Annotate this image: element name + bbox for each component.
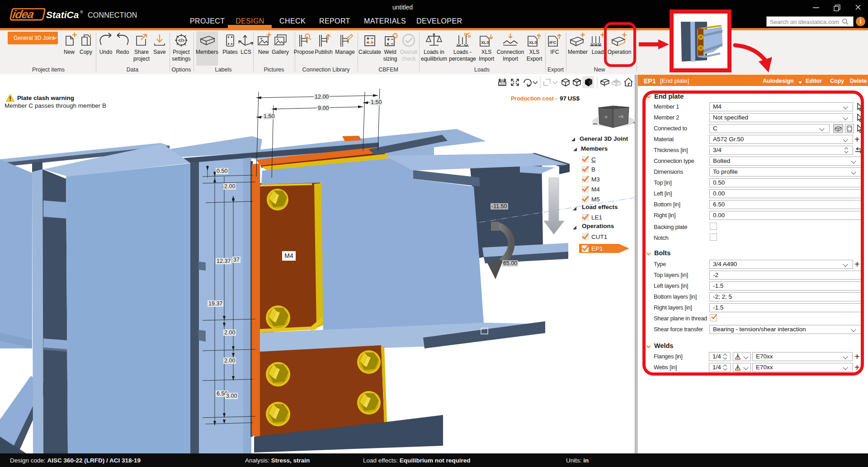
svg-text:-Y: -Y	[604, 115, 608, 119]
svg-text:XLS: XLS	[529, 40, 537, 45]
svg-text:</>: </>	[178, 38, 185, 43]
svg-text:IFC: IFC	[549, 40, 556, 45]
svg-text:StatiCa: StatiCa	[46, 10, 79, 20]
svg-text:idea: idea	[11, 8, 35, 20]
svg-text:®: ®	[80, 10, 83, 14]
svg-text:XLS: XLS	[481, 40, 489, 45]
svg-text:CONNECTION: CONNECTION	[88, 11, 137, 19]
svg-text:+X: +X	[618, 114, 623, 119]
